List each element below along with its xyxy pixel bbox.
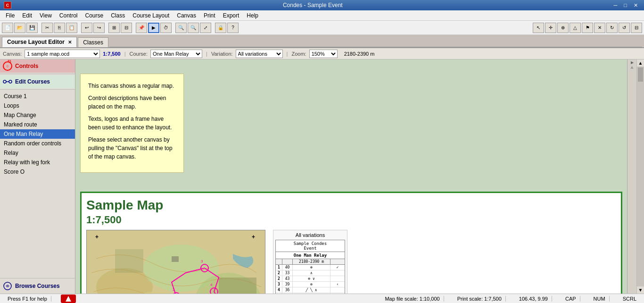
open-button[interactable]: 📂	[14, 23, 25, 33]
pin-button[interactable]: 📌	[136, 23, 147, 33]
range-header: 2180-2390 m	[293, 259, 330, 264]
status-caps: CAP	[561, 296, 580, 302]
save-button[interactable]: 💾	[26, 23, 38, 33]
canvas-select[interactable]: 1 sample map.ocd	[25, 50, 100, 58]
info-line-1: Control descriptions have been placed on…	[88, 94, 176, 111]
menu-help[interactable]: Help	[243, 11, 262, 20]
undo-button[interactable]: ↩	[81, 23, 92, 33]
vertical-scrollbar[interactable]: ▲ ▼	[636, 59, 644, 294]
course-item-7[interactable]: Relay with leg fork	[0, 158, 75, 167]
controls-button[interactable]: 31 ○ Controls	[0, 59, 75, 73]
map-title: Sample Map	[86, 198, 616, 213]
add-start-button[interactable]: △	[570, 23, 581, 33]
course-item-0[interactable]: Course 1	[0, 92, 75, 101]
map-scale: 1:7,500	[86, 214, 616, 226]
ctrl-row-1: 2 33 ∧	[276, 270, 345, 276]
help-button[interactable]: ?	[227, 23, 239, 33]
zoom-label: Zoom:	[291, 51, 306, 57]
svg-point-0	[3, 80, 6, 83]
move-button[interactable]: ✛	[545, 23, 556, 33]
zoom-fit-button[interactable]: ⤢	[200, 23, 211, 33]
course-select[interactable]: One Man Relay	[150, 50, 202, 58]
tab-classes[interactable]: Classes	[78, 37, 108, 47]
svg-rect-28	[172, 256, 179, 262]
tab-close-button[interactable]: ✕	[68, 40, 72, 45]
course-item-4[interactable]: One Man Relay	[0, 129, 75, 139]
status-num: NUM	[590, 296, 610, 302]
canvas-label: Canvas:	[3, 51, 22, 57]
course-item-5[interactable]: Random order controls	[0, 139, 75, 148]
scroll-down-button[interactable]: ▼	[637, 286, 644, 294]
variation-select[interactable]: All variations	[236, 50, 283, 58]
menu-export[interactable]: Export	[219, 11, 243, 20]
all-variations-title: All variations	[275, 232, 345, 238]
rotate-cw-button[interactable]: ↻	[606, 23, 618, 33]
select-button[interactable]: ▶	[148, 23, 159, 33]
minimize-button[interactable]: ─	[611, 2, 620, 9]
menu-control[interactable]: Control	[56, 11, 82, 20]
browse-courses-label: Browse Courses	[15, 283, 60, 289]
browse-courses-button[interactable]: Browse Courses	[0, 278, 75, 294]
clock-button[interactable]: ⏱	[160, 23, 172, 33]
copy-button[interactable]: ⎘	[54, 23, 65, 33]
redo-button[interactable]: ↪	[93, 23, 105, 33]
info-line-0: This canvas shows a regular map.	[88, 82, 176, 90]
edit-courses-label: Edit Courses	[15, 78, 50, 85]
edit-courses-button[interactable]: Edit Courses	[0, 75, 75, 88]
grid-button[interactable]: ⊞	[108, 23, 120, 33]
scroll-track[interactable]	[637, 67, 644, 286]
add-ctrl-button[interactable]: ⊕	[557, 23, 569, 33]
canvas-toolbar: Canvas: 1 sample map.ocd 1:7,500 | Cours…	[0, 48, 644, 59]
status-help: Press F1 for help	[4, 296, 51, 302]
svg-text:+: +	[95, 234, 99, 240]
zoom-in-button[interactable]: 🔍	[175, 23, 187, 33]
ctrl-row-0: 1 40 ⊕ ✓	[276, 265, 345, 270]
tab-courselayouteditor[interactable]: Course Layout Editor ✕	[2, 37, 77, 47]
course-item-3[interactable]: Marked route	[0, 120, 75, 129]
menu-course[interactable]: Course	[82, 11, 107, 20]
menu-print[interactable]: Print	[200, 11, 219, 20]
menu-class[interactable]: Class	[107, 11, 129, 20]
menu-edit[interactable]: Edit	[18, 11, 36, 20]
rotate-ccw-button[interactable]: ↺	[619, 23, 630, 33]
course-item-1[interactable]: Loops	[0, 101, 75, 110]
ctrl-row-5: 5 40 ⊕ ✓	[276, 293, 345, 294]
menu-canvas[interactable]: Canvas	[173, 11, 200, 20]
pointer-button[interactable]: ↖	[533, 23, 544, 33]
course-item-8[interactable]: Score O	[0, 167, 75, 177]
zoom-select[interactable]: 150%	[309, 50, 338, 58]
course-item-2[interactable]: Map Change	[0, 110, 75, 120]
lock-button[interactable]: 🔒	[215, 23, 226, 33]
svg-point-1	[9, 80, 12, 83]
maximize-button[interactable]: □	[621, 2, 629, 9]
paste-button[interactable]: 📋	[66, 23, 77, 33]
tabbar: Course Layout Editor ✕ Classes	[0, 35, 644, 48]
info-line-2: Texts, logos and a frame have been used …	[88, 115, 176, 132]
grid2-button[interactable]: ⊟	[121, 23, 132, 33]
table-button[interactable]: ⊟	[631, 23, 642, 33]
scroll-up-button[interactable]: ▲	[637, 59, 644, 67]
course-label: Course:	[130, 51, 148, 57]
map-container[interactable]: Sample Map 1:7,500	[75, 187, 627, 294]
right-tool-2[interactable]: A	[631, 66, 633, 70]
cut-button[interactable]: ✂	[41, 23, 53, 33]
browse-icon	[3, 281, 12, 291]
delete-button[interactable]: ✕	[594, 23, 605, 33]
course-item-6[interactable]: Relay	[0, 148, 75, 158]
titlebar: C Condes - Sample Event ─ □ ✕	[0, 0, 644, 10]
svg-rect-10	[115, 249, 143, 273]
close-button[interactable]: ✕	[631, 2, 640, 9]
menu-file[interactable]: File	[2, 11, 18, 20]
new-button[interactable]: 📄	[2, 23, 13, 33]
status-scrl: SCRL	[619, 296, 640, 302]
menu-courselayout[interactable]: Course Layout	[129, 11, 173, 20]
right-tool-1[interactable]: ▶	[630, 60, 634, 65]
left-panel: 31 ○ Controls Edit Courses Course 1 Loop…	[0, 59, 75, 294]
add-leg-button[interactable]: ⚑	[582, 23, 593, 33]
zoom-out-button[interactable]: 🔍	[188, 23, 199, 33]
menu-view[interactable]: View	[36, 11, 56, 20]
map-frame: Sample Map 1:7,500	[80, 192, 622, 294]
event-name: Sample Condes Event	[276, 240, 345, 252]
scroll-thumb[interactable]	[638, 67, 643, 82]
svg-text:3: 3	[201, 259, 203, 263]
